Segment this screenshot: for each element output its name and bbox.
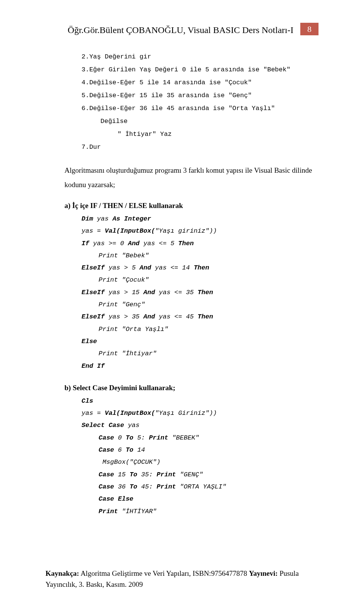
section-a-heading: a) İç içe IF / THEN / ELSE kullanarak <box>64 202 318 210</box>
algo-step-6: 6.Değilse-Eğer 36 ile 45 arasında ise "O… <box>64 102 318 115</box>
code-line: Print "Çocuk" <box>82 274 318 286</box>
code-block-a: Dim yas As Integer yas = Val(InputBox("Y… <box>64 213 318 372</box>
section-b-heading: b) Select Case Deyimini kullanarak; <box>64 384 318 392</box>
code-line: yas = Val(InputBox("Yaşı giriniz")) <box>82 225 318 237</box>
code-line: ElseIf yas > 35 And yas <= 45 Then <box>82 311 318 323</box>
code-line: Print "İhtiyar" <box>82 348 318 360</box>
algo-step-4: 4.Değilse-Eğer 5 ile 14 arasında ise "Ço… <box>64 76 318 89</box>
code-line: Cls <box>82 395 318 407</box>
document-page: Öğr.Gör.Bülent ÇOBANOĞLU, Visual BASIC D… <box>0 0 364 544</box>
code-line: Case 0 To 5: Print "BEBEK" <box>82 432 318 444</box>
algo-step-5: 5.Değilse-Eğer 15 ile 35 arasında ise "G… <box>64 89 318 102</box>
algorithm-steps: 2.Yaş Değerini gir 3.Eğer Girilen Yaş De… <box>64 50 318 154</box>
algo-step-3: 3.Eğer Girilen Yaş Değeri 0 ile 5 arasın… <box>64 63 318 76</box>
code-line: Print "Orta Yaşlı" <box>82 323 318 336</box>
code-line: Case Else <box>82 493 318 505</box>
footer-label-kaynakca: Kaynakça: <box>46 569 79 577</box>
code-line: Print "İHTİYAR" <box>82 506 318 518</box>
code-line: MsgBox("ÇOCUK") <box>82 456 318 468</box>
code-line: Print "Bebek" <box>82 250 318 262</box>
code-line: Print "Genç" <box>82 299 318 311</box>
code-line: ElseIf yas > 5 And yas <= 14 Then <box>82 262 318 274</box>
code-line: ElseIf yas > 15 And yas <= 35 Then <box>82 287 318 299</box>
page-footer: Kaynakça: Algoritma Geliştirme ve Veri Y… <box>46 568 318 590</box>
code-line: If yas >= 0 And yas <= 5 Then <box>82 238 318 250</box>
code-line: Dim yas As Integer <box>82 213 318 225</box>
code-line: Case 6 To 14 <box>82 444 318 456</box>
code-line: Case 15 To 35: Print "GENÇ" <box>82 469 318 481</box>
page-header: Öğr.Gör.Bülent ÇOBANOĞLU, Visual BASIC D… <box>64 23 318 35</box>
page-number-badge: 8 <box>300 23 318 35</box>
algo-step-ihtiyar: " İhtiyar" Yaz <box>64 128 318 141</box>
footer-text-1: Algoritma Geliştirme ve Veri Yapıları, I… <box>79 569 249 577</box>
code-line: End If <box>82 360 318 372</box>
footer-label-yayinevi: Yayınevi: <box>249 569 278 577</box>
algo-step-7: 7.Dur <box>64 141 318 154</box>
code-line: Case 36 To 45: Print "ORTA YAŞLI" <box>82 481 318 493</box>
code-line: Select Case yas <box>82 419 318 432</box>
algo-step-else: Değilse <box>64 115 318 128</box>
code-line: yas = Val(InputBox("Yaşı Giriniz")) <box>82 407 318 419</box>
algo-step-2: 2.Yaş Değerini gir <box>64 50 318 63</box>
code-block-b: Cls yas = Val(InputBox("Yaşı Giriniz")) … <box>64 395 318 518</box>
code-line: Else <box>82 336 318 348</box>
header-title: Öğr.Gör.Bülent ÇOBANOĞLU, Visual BASIC D… <box>64 23 300 35</box>
paragraph-intro: Algoritmasını oluşturduğumuz programı 3 … <box>64 163 318 192</box>
